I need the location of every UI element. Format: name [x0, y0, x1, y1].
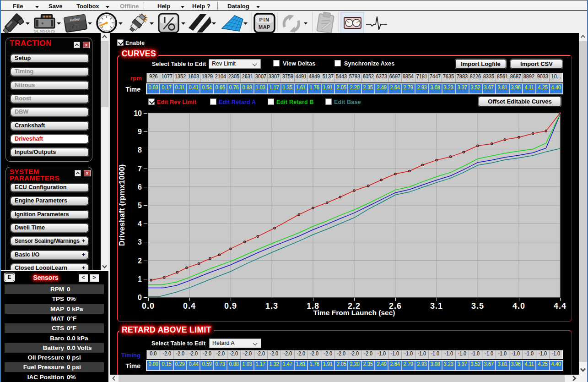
svg-text:PIN: PIN: [259, 17, 270, 22]
svg-text:SENSORS: SENSORS: [34, 28, 55, 33]
svg-text:MAP: MAP: [259, 24, 270, 30]
svg-text:EFI: EFI: [71, 22, 81, 31]
svg-text:Driveshaft (rpmx1000): Driveshaft (rpmx1000): [118, 164, 126, 246]
